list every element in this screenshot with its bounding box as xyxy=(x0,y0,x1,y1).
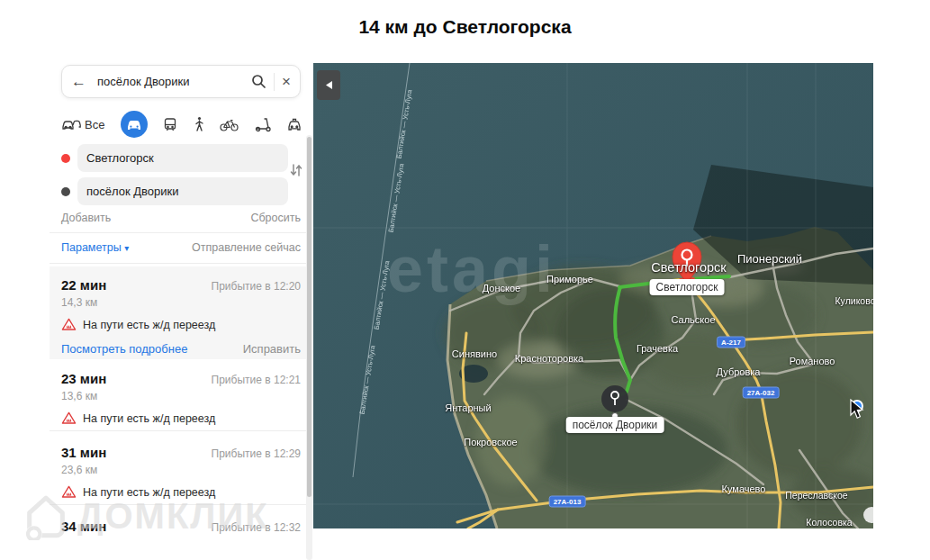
search-divider xyxy=(274,73,275,91)
railroad-warning-icon xyxy=(61,318,77,331)
route-distance: 23,6 км xyxy=(61,464,301,476)
waypoint-to-input[interactable]: посёлок Дворики xyxy=(77,177,288,205)
collapse-sidebar-button[interactable] xyxy=(317,70,340,100)
waypoint-from-row: Светлогорск xyxy=(61,144,288,172)
app-window: 14 км до Светлогорска ← посёлок Дворики … xyxy=(0,0,930,560)
parameters-label: Параметры xyxy=(61,241,122,254)
divider xyxy=(50,263,312,264)
waypoint-from-dot xyxy=(61,154,70,163)
view-details-link[interactable]: Посмотреть подробнее xyxy=(61,342,187,356)
tab-all-modes[interactable]: Все xyxy=(61,117,104,131)
triangle-left-icon xyxy=(325,80,333,90)
route-arrival: Прибытие в 12:20 xyxy=(212,280,301,293)
route-option-3[interactable]: 31 мин Прибытие в 12:29 23,6 км На пути … xyxy=(50,434,312,503)
close-icon[interactable]: × xyxy=(282,74,291,89)
route-warning-text: На пути есть ж/д переезд xyxy=(83,319,215,331)
sidebar-scrollbar[interactable] xyxy=(306,135,312,560)
taxi-icon xyxy=(286,118,302,131)
divider xyxy=(50,232,312,233)
tab-bicycle[interactable] xyxy=(220,118,239,131)
route-arrival: Прибытие в 12:32 xyxy=(212,521,301,534)
transport-tabs: Все xyxy=(61,110,302,139)
route-time: 23 мин xyxy=(61,371,106,386)
route-warning-text: На пути есть ж/д переезд xyxy=(83,486,215,499)
tab-pedestrian[interactable] xyxy=(194,116,204,132)
map-canvas[interactable]: etagi СветлогорскПионерскийКуликовоДонск… xyxy=(313,63,873,528)
swap-waypoints-icon[interactable] xyxy=(289,161,307,183)
fix-route-link[interactable]: Исправить xyxy=(243,342,301,356)
route-option-1[interactable]: 22 мин Прибытие в 12:20 14,3 км На пути … xyxy=(50,266,312,359)
route-time: 31 мин xyxy=(61,445,106,460)
add-waypoint-button[interactable]: Добавить xyxy=(61,212,111,224)
bicycle-icon xyxy=(220,118,239,131)
route-warning-text: На пути есть ж/д переезд xyxy=(83,412,215,425)
back-icon[interactable]: ← xyxy=(71,74,86,89)
route-option-4[interactable]: 34 мин Прибытие в 12:32 xyxy=(50,508,312,560)
railroad-warning-icon xyxy=(61,411,77,425)
caret-down-icon: ▾ xyxy=(124,243,129,253)
tab-taxi[interactable] xyxy=(286,118,302,131)
routes-sidebar: ← посёлок Дворики × Все xyxy=(50,54,312,560)
map-base-layers xyxy=(313,63,873,528)
route-arrival: Прибытие в 12:21 xyxy=(212,374,301,386)
search-icon[interactable] xyxy=(251,74,266,89)
tab-scooter[interactable] xyxy=(255,117,271,132)
scrollbar-thumb[interactable] xyxy=(307,137,312,497)
departure-now-button[interactable]: Отправление сейчас xyxy=(192,241,301,254)
scooter-icon xyxy=(255,117,271,132)
cars-icon xyxy=(61,117,81,131)
tab-bus[interactable] xyxy=(163,117,177,132)
reset-button[interactable]: Сбросить xyxy=(250,212,301,224)
route-time: 22 мин xyxy=(61,277,106,293)
params-row: Параметры ▾ Отправление сейчас xyxy=(61,241,301,254)
page-title: 14 км до Светлогорска xyxy=(0,16,930,38)
divider xyxy=(50,430,312,431)
route-distance: 13,6 км xyxy=(61,390,301,402)
waypoint-from-input[interactable]: Светлогорск xyxy=(77,144,288,172)
parameters-button[interactable]: Параметры ▾ xyxy=(61,241,129,254)
car-icon xyxy=(126,118,142,131)
route-time: 34 мин xyxy=(61,519,106,534)
divider xyxy=(50,504,312,505)
route-distance: 14,3 км xyxy=(61,296,301,309)
tab-car-selected[interactable] xyxy=(121,111,148,138)
waypoint-to-row: посёлок Дворики xyxy=(61,177,288,205)
route-option-2[interactable]: 23 мин Прибытие в 12:21 13,6 км На пути … xyxy=(50,360,312,429)
bus-icon xyxy=(163,117,177,132)
search-bar[interactable]: ← посёлок Дворики × xyxy=(61,65,301,98)
railroad-warning-icon xyxy=(61,485,77,499)
waypoint-to-dot xyxy=(61,187,70,196)
pedestrian-icon xyxy=(194,116,204,132)
route-arrival: Прибытие в 12:29 xyxy=(212,447,301,460)
add-reset-row: Добавить Сбросить xyxy=(61,212,301,224)
traffic-yellow-segment xyxy=(664,280,681,282)
search-input[interactable]: посёлок Дворики xyxy=(97,75,251,88)
tab-all-label: Все xyxy=(85,118,104,131)
